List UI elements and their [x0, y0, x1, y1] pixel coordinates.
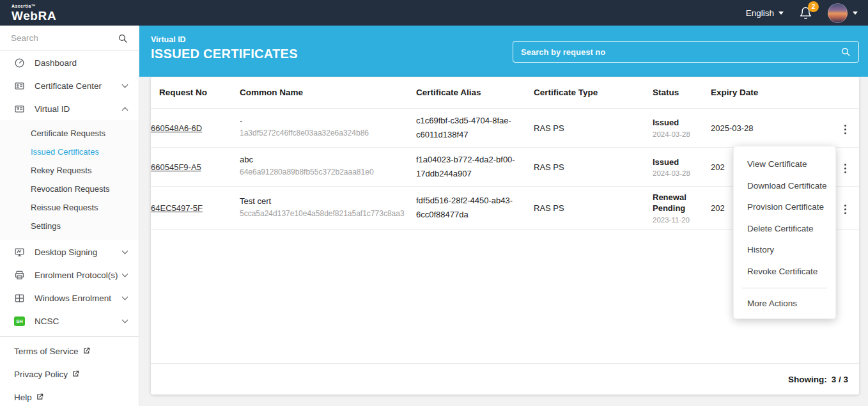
- link-help[interactable]: Help: [0, 386, 139, 406]
- sidebar-item-reissue-requests[interactable]: Reissue Requests: [0, 198, 139, 217]
- menu-item-revoke-certificate[interactable]: Revoke Certificate: [734, 261, 835, 283]
- column-header-status: Status: [653, 77, 711, 108]
- link-terms-of-service[interactable]: Terms of Service: [0, 340, 139, 363]
- column-header-actions: [831, 77, 859, 108]
- request-no-link[interactable]: 64EC5497-5F: [151, 203, 203, 213]
- chevron-down-icon: [122, 317, 128, 324]
- id-card-icon: [14, 104, 25, 114]
- certificate-type: RAS PS: [534, 162, 564, 172]
- sidebar: Dashboard Certificate Center Virtual ID …: [0, 26, 139, 406]
- common-name: -: [240, 116, 407, 125]
- sidebar-search-input[interactable]: [11, 33, 107, 43]
- column-header-certificate-alias: Certificate Alias: [416, 77, 534, 108]
- language-selector[interactable]: English: [746, 8, 784, 18]
- sidebar-item-label: Windows Enrolment: [35, 293, 123, 303]
- sidebar-item-certificate-center[interactable]: Certificate Center: [0, 74, 139, 97]
- sidebar-nav: Dashboard Certificate Center Virtual ID …: [0, 51, 139, 332]
- expiry-date: 202: [711, 162, 725, 172]
- sidebar-item-label: Dashboard: [35, 58, 127, 68]
- expiry-date: 2025-03-28: [711, 123, 754, 133]
- top-navbar: Ascertia™ WebRA English 2: [0, 0, 868, 26]
- sidebar-item-issued-certificates[interactable]: Issued Certificates: [0, 143, 139, 161]
- common-name-hash: 5cca5a24d137e10e4a58def821a5af1c773c8aa3: [240, 208, 407, 220]
- menu-item-delete-certificate[interactable]: Delete Certificate: [734, 218, 835, 240]
- common-name: Test cert: [240, 196, 407, 206]
- row-actions-kebab-button[interactable]: [841, 121, 851, 138]
- chevron-down-icon: [122, 82, 128, 88]
- row-actions-kebab-button[interactable]: [841, 160, 851, 177]
- chevron-down-icon: [122, 294, 128, 301]
- virtual-id-submenu: Certificate Requests Issued Certificates…: [0, 120, 139, 240]
- sidebar-item-desktop-signing[interactable]: Desktop Signing: [0, 240, 139, 263]
- sidebar-item-windows-enrolment[interactable]: Windows Enrolment: [0, 286, 139, 309]
- language-label: English: [746, 8, 774, 18]
- menu-item-provision-certificate[interactable]: Provision Certificate: [734, 196, 835, 218]
- table-footer: Showing: 3 / 3: [151, 363, 859, 394]
- sidebar-item-label: Enrolment Protocol(s): [35, 270, 123, 280]
- link-privacy-policy[interactable]: Privacy Policy: [0, 363, 139, 386]
- common-name: abc: [240, 155, 407, 164]
- row-actions-menu: View Certificate Download Certificate Pr…: [733, 146, 836, 319]
- chevron-down-icon: [779, 12, 784, 15]
- sidebar-item-dashboard[interactable]: Dashboard: [0, 51, 139, 74]
- sidebar-item-rekey-requests[interactable]: Rekey Requests: [0, 161, 139, 180]
- certificate-alias: c1c69fbf-c3d5-4704-8fae-c6011d138f47: [416, 114, 525, 142]
- sidebar-item-certificate-requests[interactable]: Certificate Requests: [0, 124, 139, 143]
- table-row: 660548A6-6D - 1a3df5272c46ffc8e03aa32e6a…: [151, 108, 859, 147]
- status-badge: Issued: [653, 117, 702, 129]
- sidebar-item-label: NCSC: [35, 316, 123, 326]
- chevron-down-icon: [122, 248, 128, 254]
- status-date: 2023-11-20: [653, 216, 702, 224]
- common-name-hash: 64e6a91280a89b8fb55c372b2aaa81e0: [240, 166, 407, 178]
- certificate-type: RAS PS: [534, 203, 564, 213]
- notifications-button[interactable]: 2: [799, 6, 812, 20]
- sidebar-item-revocation-requests[interactable]: Revocation Requests: [0, 180, 139, 198]
- avatar: [828, 3, 848, 23]
- monitor-icon: [14, 247, 25, 258]
- id-card-icon: [14, 81, 25, 91]
- external-link-icon: [83, 347, 90, 356]
- showing-label: Showing:: [788, 375, 827, 384]
- certificate-alias: fdf5d516-28f2-4450-ab43-6cc0f88477da: [416, 194, 525, 222]
- sidebar-item-enrolment-protocols[interactable]: Enrolment Protocol(s): [0, 263, 139, 286]
- search-icon[interactable]: [118, 33, 128, 43]
- external-link-icon: [72, 370, 79, 379]
- external-link-icon: [36, 393, 43, 402]
- menu-item-history[interactable]: History: [734, 239, 835, 261]
- menu-item-view-certificate[interactable]: View Certificate: [734, 153, 835, 175]
- column-header-certificate-type: Certificate Type: [534, 77, 653, 108]
- request-search-input[interactable]: [521, 47, 841, 57]
- main-content: Virtual ID ISSUED CERTIFICATES Request N…: [139, 26, 868, 406]
- sidebar-item-label: Certificate Center: [35, 81, 123, 91]
- sidebar-item-ncsc[interactable]: SH NCSC: [0, 309, 139, 332]
- menu-item-download-certificate[interactable]: Download Certificate: [734, 175, 835, 197]
- link-label: Privacy Policy: [14, 370, 68, 379]
- request-no-link[interactable]: 660548A6-6D: [151, 123, 202, 133]
- status-badge: Issued: [653, 157, 702, 168]
- sidebar-divider: [0, 336, 139, 337]
- request-search-box: [513, 41, 859, 63]
- sidebar-item-label: Desktop Signing: [35, 247, 123, 257]
- link-label: Terms of Service: [14, 347, 79, 356]
- link-label: Help: [14, 393, 32, 402]
- column-header-request-no: Request No: [151, 77, 240, 108]
- common-name-hash: 1a3df5272c46ffc8e03aa32e6a324b86: [240, 127, 407, 139]
- row-actions-kebab-button[interactable]: [841, 201, 851, 218]
- showing-count: 3 / 3: [832, 375, 848, 384]
- chevron-down-icon: [122, 271, 128, 277]
- menu-item-more-actions[interactable]: More Actions: [734, 288, 835, 318]
- dashboard-icon: [14, 58, 25, 68]
- expiry-date: 202: [711, 203, 725, 213]
- certificate-type: RAS PS: [534, 123, 564, 133]
- search-icon[interactable]: [841, 47, 851, 57]
- page-title: ISSUED CERTIFICATES: [151, 47, 298, 61]
- printer-icon: [14, 270, 25, 281]
- status-date: 2024-03-28: [653, 130, 702, 138]
- column-header-expiry-date: Expiry Date: [711, 77, 831, 108]
- status-badge: Renewal Pending: [653, 192, 702, 214]
- breadcrumb: Virtual ID: [151, 35, 298, 44]
- sidebar-item-settings[interactable]: Settings: [0, 217, 139, 235]
- request-no-link[interactable]: 660545F9-A5: [151, 162, 201, 172]
- user-menu[interactable]: [828, 3, 858, 23]
- sidebar-item-virtual-id[interactable]: Virtual ID: [0, 97, 139, 120]
